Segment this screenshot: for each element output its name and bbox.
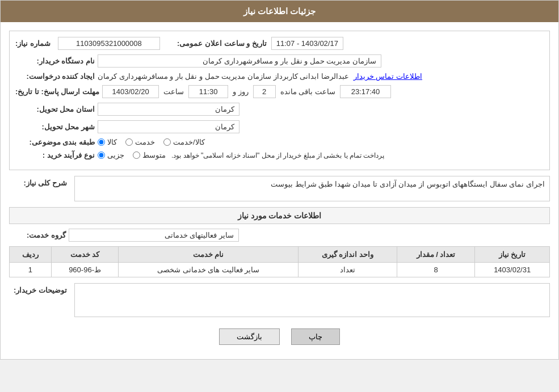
category-row: کالا/خدمت خدمت کالا طبقه بندی موضوعی: — [15, 138, 544, 146]
services-table: تاریخ نیاز تعداد / مقدار واحد اندازه گیر… — [9, 246, 550, 277]
cell-unit: تعداد — [299, 263, 397, 277]
table-row: 1403/02/31 8 تعداد سایر فعالیت های خدمات… — [10, 263, 550, 277]
province-row: کرمان استان محل تحویل: — [15, 103, 544, 116]
col-unit: واحد اندازه گیری — [299, 247, 397, 263]
page-wrapper: جزئیات اطلاعات نیاز 1403/02/17 - 11:07 ت… — [0, 0, 559, 360]
creator-row: اطلاعات تماس خریدار عبدالرضا ابدانی کارب… — [15, 72, 544, 81]
buyer-org-label: نام دستگاه خریدار: — [15, 57, 95, 65]
service-group-label: گروه خدمت: — [9, 231, 66, 239]
category-kala-khedmat-label: کالا/خدمت — [173, 138, 205, 146]
description-section: اجرای نمای سفال ایستگاههای اتوبوس از مید… — [9, 176, 550, 201]
services-section: سایر فعالیتهای خدماتی گروه خدمت: تاریخ ن… — [9, 229, 550, 277]
buyer-org-value: سازمان مدیریت حمل و نقل بار و مسافرشهردا… — [98, 54, 381, 68]
col-date: تاریخ نیاز — [475, 247, 550, 263]
deadline-day-label: روز و — [233, 87, 249, 96]
province-value: کرمان — [98, 103, 239, 116]
cell-radif: 1 — [10, 263, 52, 277]
purchase-type-radio-group: متوسط جزیی — [98, 151, 166, 159]
content-area: 1403/02/17 - 11:07 تاریخ و ساعت اعلان عم… — [1, 22, 558, 359]
print-button[interactable]: چاپ — [291, 328, 340, 345]
category-khedmat-label: خدمت — [135, 138, 155, 146]
announcement-date-label: تاریخ و ساعت اعلان عمومی: — [177, 39, 267, 48]
deadline-time-label: ساعت — [163, 87, 184, 96]
buyer-org-row: سازمان مدیریت حمل و نقل بار و مسافرشهردا… — [15, 54, 544, 68]
creator-label: ایجاد کننده درخواست: — [15, 72, 95, 81]
description-box: اجرای نمای سفال ایستگاههای اتوبوس از مید… — [74, 176, 550, 201]
creator-group: اطلاعات تماس خریدار عبدالرضا ابدانی کارب… — [98, 72, 422, 81]
city-value: کرمان — [98, 120, 239, 133]
buyer-desc-row: توضیحات خریدار: — [9, 283, 550, 317]
contact-link[interactable]: اطلاعات تماس خریدار — [354, 72, 422, 81]
description-value: اجرای نمای سفال ایستگاههای اتوبوس از مید… — [271, 180, 545, 188]
need-number-label: شماره نیاز: — [15, 39, 51, 48]
back-button[interactable]: بازگشت — [219, 328, 280, 345]
deadline-label: مهلت ارسال پاسخ: تا تاریخ: — [15, 87, 99, 96]
need-number-row: 1403/02/17 - 11:07 تاریخ و ساعت اعلان عم… — [15, 37, 544, 50]
purchase-type-label: نوع فرآیند خرید : — [15, 151, 95, 159]
category-label: طبقه بندی موضوعی: — [15, 138, 95, 146]
page-header: جزئیات اطلاعات نیاز — [1, 1, 558, 22]
services-section-title: اطلاعات خدمات مورد نیاز — [9, 207, 550, 224]
purchase-motevaset-radio[interactable] — [133, 151, 140, 159]
city-label: شهر محل تحویل: — [15, 123, 95, 131]
deadline-row: 23:17:40 ساعت باقی مانده 2 روز و 11:30 س… — [15, 85, 544, 98]
announcement-group: 1403/02/17 - 11:07 تاریخ و ساعت اعلان عم… — [177, 37, 343, 50]
purchase-jozi-label: جزیی — [107, 151, 124, 159]
category-kala-label: کالا — [107, 138, 117, 146]
creator-value: عبدالرضا ابدانی کاربرداز سازمان مدیریت ح… — [98, 72, 349, 81]
description-label: شرح کلی نیاز: — [9, 176, 72, 187]
deadline-date-value: 1403/02/20 — [102, 85, 159, 98]
category-kala-radio[interactable] — [98, 138, 105, 146]
service-group-value: سایر فعالیتهای خدماتی — [69, 229, 239, 242]
purchase-notice: پرداخت تمام یا بخشی از مبلغ خریدار از مح… — [171, 151, 384, 159]
purchase-type-row: پرداخت تمام یا بخشی از مبلغ خریدار از مح… — [15, 151, 544, 159]
service-group-row: سایر فعالیتهای خدماتی گروه خدمت: — [9, 229, 550, 242]
cell-code: ط-96-960 — [51, 263, 118, 277]
need-number-value: 1103095321000008 — [58, 37, 160, 50]
col-code: کد خدمت — [51, 247, 118, 263]
province-label: استان محل تحویل: — [15, 105, 95, 113]
deadline-days-value: 2 — [253, 85, 276, 98]
cell-date: 1403/02/31 — [475, 263, 550, 277]
purchase-jozi-item: جزیی — [98, 151, 124, 159]
purchase-jozi-radio[interactable] — [98, 151, 105, 159]
purchase-motevaset-item: متوسط — [133, 151, 166, 159]
col-radif: ردیف — [10, 247, 52, 263]
city-row: کرمان شهر محل تحویل: — [15, 120, 544, 133]
buyer-desc-box — [74, 283, 550, 317]
deadline-group: 23:17:40 ساعت باقی مانده 2 روز و 11:30 س… — [102, 85, 391, 98]
category-kala-khedmat-item: کالا/خدمت — [163, 138, 205, 146]
announcement-date-value: 1403/02/17 - 11:07 — [271, 37, 343, 50]
need-number-group: 1103095321000008 شماره نیاز: — [15, 37, 160, 50]
category-khedmat-radio[interactable] — [125, 138, 133, 146]
deadline-remaining-label: ساعت باقی مانده — [280, 87, 335, 96]
col-service-name: نام خدمت — [119, 247, 299, 263]
main-info-section: 1403/02/17 - 11:07 تاریخ و ساعت اعلان عم… — [9, 31, 550, 170]
category-kala-item: کالا — [98, 138, 117, 146]
deadline-time-value: 11:30 — [188, 85, 228, 98]
purchase-type-group: پرداخت تمام یا بخشی از مبلغ خریدار از مح… — [98, 151, 544, 159]
category-kala-khedmat-radio[interactable] — [163, 138, 171, 146]
buyer-desc-label: توضیحات خریدار: — [9, 283, 72, 294]
buttons-row: چاپ بازگشت — [9, 323, 550, 351]
cell-count: 8 — [397, 263, 475, 277]
col-count: تعداد / مقدار — [397, 247, 475, 263]
category-khedmat-item: خدمت — [125, 138, 155, 146]
cell-service-name: سایر فعالیت های خدماتی شخصی — [119, 263, 299, 277]
page-title: جزئیات اطلاعات نیاز — [243, 6, 316, 16]
deadline-remaining-value: 23:17:40 — [340, 85, 391, 98]
category-radio-group: کالا/خدمت خدمت کالا — [98, 138, 205, 146]
purchase-motevaset-label: متوسط — [142, 151, 166, 159]
